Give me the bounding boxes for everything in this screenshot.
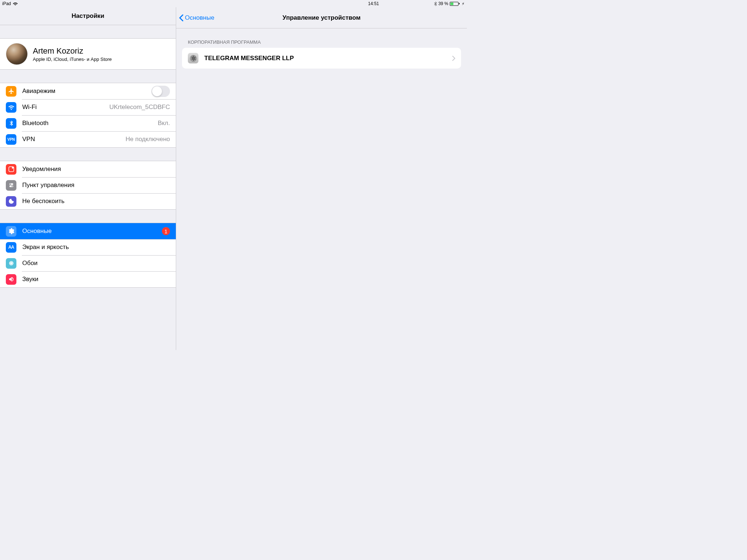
- airplane-mode-row[interactable]: Авиарежим: [0, 83, 176, 99]
- notifications-icon: [6, 164, 16, 175]
- notifications-label: Уведомления: [22, 166, 170, 173]
- battery-icon: [450, 2, 460, 6]
- enterprise-app-label: TELEGRAM MESSENGER LLP: [204, 55, 452, 62]
- vpn-icon: VPN: [6, 134, 16, 145]
- general-badge: 1: [162, 227, 170, 235]
- control-center-icon: [6, 180, 16, 191]
- wifi-row[interactable]: Wi-Fi UKrtelecom_5CDBFC: [0, 99, 176, 115]
- charging-icon: ⚡︎: [462, 1, 465, 6]
- settings-sidebar: Настройки Artem Kozoriz Apple ID, iCloud…: [0, 7, 176, 350]
- avatar: [6, 43, 28, 65]
- sidebar-title: Настройки: [0, 7, 176, 25]
- vpn-row[interactable]: VPN VPN Не подключено: [0, 131, 176, 147]
- display-row[interactable]: AA Экран и яркость: [0, 239, 176, 255]
- battery-percent: 39 %: [438, 1, 448, 6]
- notifications-row[interactable]: Уведомления: [0, 161, 176, 177]
- wifi-label: Wi-Fi: [22, 104, 109, 111]
- chevron-right-icon: [452, 56, 455, 61]
- svg-point-5: [11, 186, 12, 187]
- display-label: Экран и яркость: [22, 244, 170, 251]
- bluetooth-row[interactable]: Bluetooth Вкл.: [0, 115, 176, 131]
- bluetooth-status-icon: [434, 1, 437, 6]
- general-label: Основные: [22, 228, 162, 235]
- sounds-icon: [6, 274, 16, 285]
- back-button[interactable]: Основные: [179, 14, 214, 22]
- control-center-label: Пункт управления: [22, 182, 170, 189]
- dnd-label: Не беспокоить: [22, 198, 170, 205]
- bluetooth-label: Bluetooth: [22, 120, 158, 127]
- bluetooth-icon: [6, 118, 16, 129]
- wifi-settings-icon: [6, 102, 16, 113]
- display-icon: AA: [6, 242, 16, 253]
- airplane-icon: [6, 86, 16, 97]
- wifi-value: UKrtelecom_5CDBFC: [109, 104, 170, 111]
- airplane-label: Авиарежим: [22, 88, 151, 95]
- sounds-row[interactable]: Звуки: [0, 271, 176, 287]
- status-bar: iPad 14:51 39 % ⚡︎: [0, 0, 467, 7]
- detail-header: Основные Управление устройством: [176, 7, 467, 28]
- wallpaper-row[interactable]: Обои: [0, 255, 176, 271]
- airplane-switch[interactable]: [151, 86, 170, 97]
- vpn-value: Не подключено: [125, 136, 170, 143]
- profile-subtitle: Apple ID, iCloud, iTunes- и App Store: [33, 57, 112, 62]
- detail-title: Управление устройством: [283, 14, 361, 22]
- back-label: Основные: [185, 14, 214, 22]
- section-header: КОРПОРАТИВНАЯ ПРОГРАММА: [176, 28, 467, 48]
- chevron-left-icon: [179, 14, 183, 22]
- gear-icon: [6, 226, 16, 237]
- enterprise-app-row[interactable]: TELEGRAM MESSENGER LLP: [182, 48, 461, 69]
- control-center-row[interactable]: Пункт управления: [0, 177, 176, 193]
- device-label: iPad: [2, 1, 11, 6]
- dnd-icon: [6, 196, 16, 207]
- dnd-row[interactable]: Не беспокоить: [0, 193, 176, 209]
- profile-name: Artem Kozoriz: [33, 46, 112, 56]
- detail-pane: Основные Управление устройством КОРПОРАТ…: [176, 7, 467, 350]
- wifi-icon: [13, 2, 18, 5]
- vpn-label: VPN: [22, 136, 125, 143]
- profile-settings-icon: [188, 53, 198, 63]
- svg-point-3: [10, 184, 11, 185]
- wallpaper-label: Обои: [22, 260, 170, 267]
- svg-point-1: [12, 167, 13, 169]
- wallpaper-icon: [6, 258, 16, 269]
- general-row[interactable]: Основные 1: [0, 223, 176, 239]
- profile-row[interactable]: Artem Kozoriz Apple ID, iCloud, iTunes- …: [0, 39, 176, 69]
- status-time: 14:51: [368, 1, 379, 6]
- bluetooth-value: Вкл.: [158, 120, 170, 127]
- sounds-label: Звуки: [22, 276, 170, 283]
